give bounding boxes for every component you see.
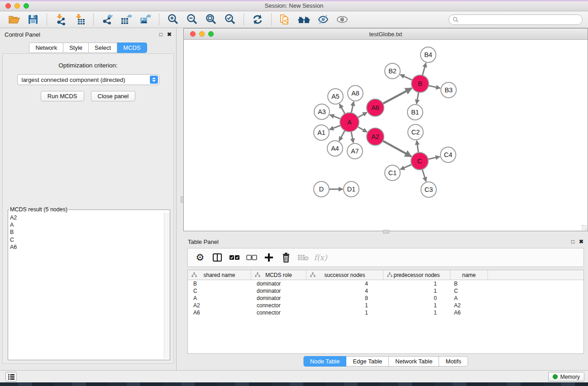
column-header-shared-name[interactable]: shared name — [188, 270, 251, 280]
zoom-in-icon[interactable] — [166, 13, 180, 26]
table-cell: 1 — [383, 302, 450, 309]
tab-mcds[interactable]: MCDS — [117, 43, 147, 53]
float-panel-icon[interactable]: □ — [159, 31, 163, 38]
window-resize-grip[interactable] — [582, 225, 587, 230]
open-session-icon[interactable] — [7, 13, 21, 26]
graph-node-label: A5 — [331, 93, 339, 100]
copy-network-icon[interactable] — [278, 13, 292, 26]
delete-table-icon[interactable] — [296, 250, 311, 265]
export-image-icon[interactable] — [138, 13, 153, 26]
mcds-result-list[interactable]: A2ABCA6 — [8, 213, 164, 359]
tab-edge-table[interactable]: Edge Table — [346, 356, 389, 367]
column-header-predecessor-nodes[interactable]: predecessor nodes — [383, 270, 450, 280]
network-window-titlebar[interactable]: testGlobe.txt — [184, 29, 588, 40]
export-network-icon[interactable] — [100, 13, 115, 26]
split-columns-icon[interactable] — [210, 250, 225, 265]
column-type-hierarchy-icon — [387, 272, 392, 277]
search-field[interactable] — [449, 14, 583, 25]
save-session-icon[interactable] — [26, 13, 40, 26]
control-panel-tabs: NetworkStyleSelectMCDS — [0, 43, 176, 53]
table-row[interactable]: A6connector11A6 — [188, 309, 583, 316]
tab-motifs[interactable]: Motifs — [439, 356, 468, 367]
run-mcds-button[interactable]: Run MCDS — [41, 91, 84, 101]
graph-node-label: A2 — [371, 133, 379, 140]
node-table: shared nameMCDS rolesuccessor nodesprede… — [187, 270, 584, 354]
table-row[interactable]: Adominator80A — [188, 295, 583, 302]
tab-select[interactable]: Select — [89, 43, 117, 53]
table-body: Bdominator41BCdominator41CAdominator80AA… — [188, 280, 583, 316]
import-network-icon[interactable] — [53, 13, 68, 26]
network-canvas[interactable]: B4B2BB3A8A5A6A3B1AA1C2A2A4A7C4CC1C3DD1 — [184, 40, 588, 231]
memory-button[interactable]: Memory — [548, 372, 584, 381]
column-header-successor-nodes[interactable]: successor nodes — [306, 270, 383, 280]
table-cell: A6 — [188, 309, 251, 316]
close-table-panel-icon[interactable]: ✖ — [579, 238, 583, 245]
hide-graphics-details-icon[interactable] — [316, 13, 330, 26]
search-input[interactable] — [461, 16, 578, 23]
graph-node-label: B4 — [424, 51, 432, 58]
export-table-icon[interactable] — [119, 13, 134, 26]
result-item[interactable]: A2 — [10, 214, 164, 221]
add-column-icon[interactable] — [261, 250, 277, 265]
table-cell: dominator — [251, 287, 306, 295]
mcds-result-box: MCDS result (5 nodes) A2ABCA6 — [8, 206, 170, 360]
table-cell: connector — [251, 309, 306, 316]
graph-node-label: A8 — [351, 90, 359, 97]
table-settings-gear-icon[interactable]: ⚙ — [192, 250, 208, 265]
result-item[interactable]: A6 — [10, 243, 164, 251]
float-table-panel-icon[interactable]: □ — [571, 238, 574, 245]
tab-network-table[interactable]: Network Table — [389, 356, 439, 367]
graph-node-label: B1 — [411, 109, 419, 116]
table-cell: dominator — [251, 295, 306, 302]
column-header-name[interactable]: name — [450, 270, 488, 280]
task-history-button[interactable] — [5, 372, 17, 381]
table-row[interactable]: Cdominator41C — [188, 287, 583, 295]
table-cell: B — [450, 280, 488, 287]
zoom-selected-icon[interactable] — [223, 13, 237, 26]
zoom-out-icon[interactable] — [185, 13, 199, 26]
table-cell: C — [188, 287, 251, 295]
refresh-layout-icon[interactable] — [250, 13, 265, 26]
main-toolbar — [0, 11, 588, 28]
criterion-value: largest connected component (directed) — [22, 76, 125, 83]
horizontal-divider-grip[interactable] — [383, 230, 389, 234]
table-row[interactable]: A2connector11A2 — [188, 302, 583, 309]
network-window: testGlobe.txt B4B2BB3A8A5A6A3B1AA1C2A2A4… — [183, 28, 588, 231]
graph-node-label: B — [418, 80, 422, 87]
delete-column-icon[interactable] — [278, 250, 294, 265]
table-cell: 1 — [306, 302, 383, 309]
column-header-mcds-role[interactable]: MCDS role — [251, 270, 306, 280]
result-item[interactable]: C — [10, 236, 164, 243]
os-titlebar: Session: New Session — [0, 0, 588, 11]
close-panel-button[interactable]: Close panel — [91, 91, 136, 101]
graph-node-label: B2 — [388, 67, 397, 75]
result-scrollbar[interactable] — [164, 213, 170, 359]
table-header-row: shared nameMCDS rolesuccessor nodesprede… — [188, 270, 583, 280]
zoom-fit-icon[interactable] — [204, 13, 218, 26]
graph-node-label: C3 — [425, 186, 433, 193]
table-cell: 8 — [306, 295, 383, 302]
tab-style[interactable]: Style — [63, 43, 89, 53]
select-all-icon[interactable] — [227, 250, 242, 265]
table-toolbar: ⚙ f(x) — [187, 248, 584, 267]
deselect-all-icon[interactable] — [244, 250, 259, 265]
column-header-label: shared name — [203, 272, 235, 278]
criterion-dropdown[interactable]: largest connected component (directed) — [17, 74, 159, 85]
table-cell: B — [188, 280, 251, 287]
tab-node-table[interactable]: Node Table — [303, 356, 347, 367]
result-item[interactable]: B — [10, 229, 164, 236]
session-title: Session: New Session — [0, 2, 588, 9]
function-builder-icon[interactable]: f(x) — [313, 250, 328, 265]
tab-network[interactable]: Network — [29, 43, 63, 53]
result-item[interactable]: A — [10, 221, 164, 229]
graph-node-label: A — [347, 119, 352, 126]
control-panel-title: Control Panel — [5, 31, 155, 38]
close-panel-icon[interactable]: ✖ — [167, 31, 172, 38]
table-cell: 1 — [383, 280, 450, 287]
show-eye-icon[interactable] — [335, 13, 349, 26]
network-graph[interactable]: B4B2BB3A8A5A6A3B1AA1C2A2A4A7C4CC1C3DD1 — [184, 40, 588, 231]
table-row[interactable]: Bdominator41B — [188, 280, 583, 287]
import-table-icon[interactable] — [72, 13, 87, 26]
toolbar-separator — [244, 14, 244, 25]
home-icon[interactable] — [297, 13, 311, 26]
